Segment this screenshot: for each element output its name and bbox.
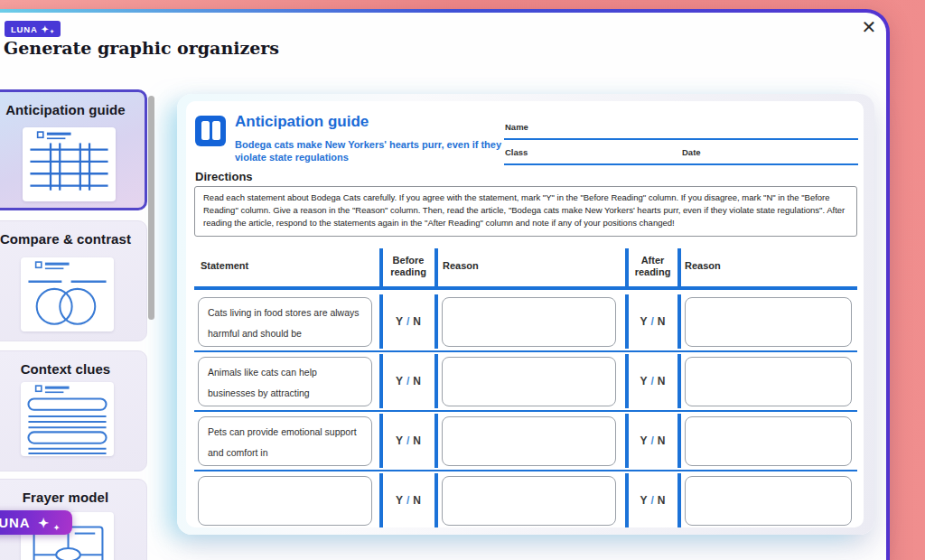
after-reading-yn: Y/N bbox=[628, 471, 677, 527]
reason-cell bbox=[442, 357, 616, 406]
statement-text: Cats living in food stores are always ha… bbox=[208, 307, 360, 339]
venn-diagram-icon bbox=[21, 257, 114, 331]
table-row: Animals like cats can help businesses by… bbox=[186, 352, 864, 412]
reason-cell bbox=[685, 476, 852, 526]
sidebar-item-compare-contrast[interactable]: Compare & contrast bbox=[0, 220, 147, 341]
worksheet-title: Anticipation guide bbox=[235, 113, 369, 131]
text-lines-icon bbox=[21, 382, 114, 456]
statement-text: Animals like cats can help businesses by… bbox=[208, 367, 317, 398]
sparkle-icon: ✦ bbox=[42, 24, 49, 34]
before-reading-yn: Y/N bbox=[382, 352, 434, 410]
worksheet-subtitle: Bodega cats make New Yorkers' hearts pur… bbox=[235, 138, 517, 163]
reason-cell bbox=[685, 357, 852, 406]
statement-cell: Pets can provide emotional support and c… bbox=[198, 416, 372, 466]
table-grid-icon bbox=[23, 127, 116, 201]
book-columns-icon bbox=[195, 116, 226, 146]
table-row: Y/N Y/N bbox=[186, 471, 864, 527]
sidebar-item-anticipation-guide[interactable]: Anticipation guide bbox=[0, 89, 147, 210]
before-reading-yn: Y/N bbox=[382, 471, 434, 527]
sidebar-item-label: Compare & contrast bbox=[0, 231, 146, 247]
luna-generate-organizers-screen: LUNA ✦ ✦ Generate graphic organizers ✕ A… bbox=[0, 0, 925, 560]
luna-watermark-text: LUNA bbox=[0, 515, 30, 530]
sparkle-icon: ✦ bbox=[38, 516, 49, 530]
reason-cell bbox=[685, 416, 852, 466]
reason-cell bbox=[442, 476, 616, 526]
statement-cell: Cats living in food stores are always ha… bbox=[198, 297, 372, 347]
sidebar-item-context-clues[interactable]: Context clues bbox=[0, 350, 147, 471]
sidebar-item-label: Context clues bbox=[0, 361, 146, 377]
before-reading-yn: Y/N bbox=[382, 293, 434, 350]
class-date-field: Class Date bbox=[504, 145, 858, 165]
page-title: Generate graphic organizers bbox=[4, 38, 279, 58]
sidebar-item-label: Anticipation guide bbox=[0, 102, 145, 117]
sidebar-item-label: Frayer model bbox=[0, 490, 146, 505]
column-header-statement: Statement bbox=[201, 246, 248, 286]
date-label: Date bbox=[682, 147, 701, 157]
luna-logo-text: LUNA bbox=[11, 24, 38, 34]
column-header-reason: Reason bbox=[685, 246, 721, 286]
before-reading-yn: Y/N bbox=[382, 412, 434, 470]
column-header-before-reading: Before reading bbox=[382, 246, 434, 286]
sidebar-scrollbar[interactable] bbox=[148, 96, 154, 320]
column-header-after-reading: After reading bbox=[628, 246, 677, 286]
class-label: Class bbox=[505, 147, 528, 157]
statement-text: Pets can provide emotional support and c… bbox=[208, 426, 357, 458]
after-reading-yn: Y/N bbox=[628, 293, 677, 350]
sparkle-small-icon: ✦ bbox=[50, 28, 54, 34]
directions-text: Read each statement about Bodega Cats ca… bbox=[203, 192, 845, 228]
after-reading-yn: Y/N bbox=[628, 412, 677, 470]
worksheet-page: Anticipation guide Bodega cats make New … bbox=[186, 101, 864, 527]
sparkle-small-icon: ✦ bbox=[53, 524, 60, 532]
reason-cell bbox=[442, 416, 616, 466]
luna-watermark-badge: LUNA ✦ ✦ bbox=[0, 510, 72, 535]
column-header-reason: Reason bbox=[443, 246, 479, 286]
directions-heading: Directions bbox=[195, 170, 253, 183]
name-label: Name bbox=[505, 122, 528, 132]
directions-box: Read each statement about Bodega Cats ca… bbox=[194, 186, 857, 237]
statement-cell bbox=[198, 476, 372, 526]
table-header-row: Statement Before reading Reason After re… bbox=[186, 246, 864, 290]
name-field: Name bbox=[504, 119, 858, 140]
close-icon[interactable]: ✕ bbox=[855, 13, 883, 42]
table-row: Cats living in food stores are always ha… bbox=[186, 293, 864, 352]
reason-cell bbox=[442, 297, 616, 347]
luna-logo-badge: LUNA ✦ ✦ bbox=[5, 21, 61, 37]
table-row: Pets can provide emotional support and c… bbox=[186, 412, 864, 471]
after-reading-yn: Y/N bbox=[628, 352, 677, 410]
reason-cell bbox=[685, 297, 852, 347]
statement-cell: Animals like cats can help businesses by… bbox=[198, 357, 372, 406]
